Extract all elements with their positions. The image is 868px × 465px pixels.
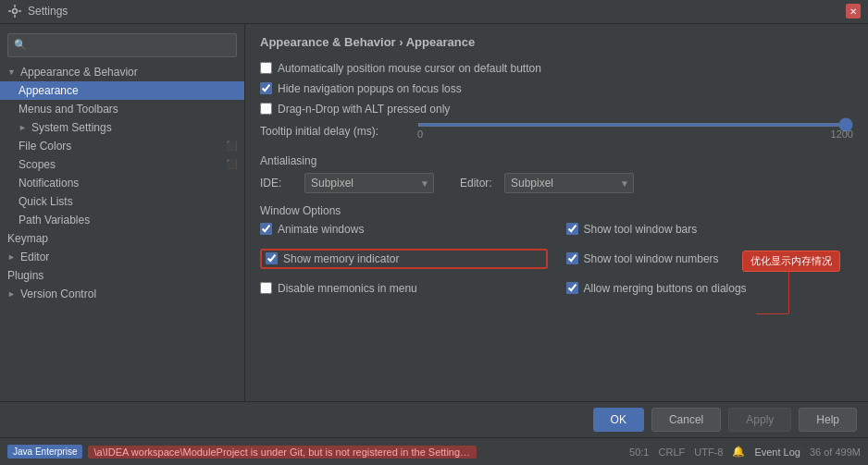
- checkbox-drag-alt-input[interactable]: [260, 103, 272, 115]
- sidebar-item-label: File Colors: [19, 140, 71, 153]
- editor-antialiasing-select[interactable]: Subpixel No antialiasing Greyscale LCD: [504, 173, 634, 193]
- search-box[interactable]: 🔍: [7, 33, 237, 57]
- close-icon: ✕: [849, 6, 857, 17]
- sidebar-item-system-settings[interactable]: ► System Settings: [0, 118, 244, 137]
- checkbox-animate-windows-label: Animate windows: [278, 223, 364, 236]
- settings-icon: [7, 4, 22, 18]
- checkbox-hide-nav: Hide navigation popups on focus loss: [260, 82, 853, 95]
- sidebar-item-plugins[interactable]: Plugins: [0, 266, 244, 285]
- ide-antialiasing-select[interactable]: Subpixel No antialiasing Greyscale LCD: [304, 173, 434, 193]
- event-log[interactable]: Event Log: [754, 447, 800, 458]
- sidebar-item-quick-lists[interactable]: Quick Lists: [0, 192, 244, 211]
- encoding: UTF-8: [694, 447, 723, 458]
- sidebar-item-scopes[interactable]: Scopes ⬛: [0, 155, 244, 174]
- checkbox-hide-nav-label: Hide navigation popups on focus loss: [278, 82, 462, 95]
- breadcrumb: Appearance & Behavior › Appearance: [260, 35, 853, 49]
- expand-arrow: ►: [19, 123, 30, 132]
- expand-arrow: ►: [7, 252, 19, 262]
- checkbox-hide-nav-input[interactable]: [260, 82, 272, 94]
- sidebar-item-label: Quick Lists: [19, 195, 73, 208]
- apply-button[interactable]: Apply: [728, 408, 791, 432]
- sidebar-item-keymap[interactable]: Keymap: [0, 229, 244, 248]
- checkbox-disable-mnemonics: Disable mnemonics in menu: [260, 282, 548, 295]
- svg-point-0: [13, 9, 18, 14]
- sidebar-item-label: Appearance: [19, 84, 79, 97]
- checkbox-allow-merging-input[interactable]: [566, 282, 578, 294]
- line-ending: CRLF: [659, 447, 686, 458]
- checkbox-show-tool-numbers-input[interactable]: [566, 252, 578, 264]
- sidebar-item-version-control[interactable]: ► Version Control: [0, 285, 244, 303]
- content-panel: Appearance & Behavior › Appearance Autom…: [245, 24, 868, 402]
- title-bar: Settings ✕: [0, 0, 868, 24]
- sidebar-item-label: System Settings: [31, 121, 112, 134]
- git-warning: \a\IDEA workspace\ModuleProject is under…: [88, 446, 477, 459]
- java-label[interactable]: Java Enterprise: [7, 445, 82, 459]
- sidebar-item-notifications[interactable]: Notifications: [0, 174, 244, 192]
- checkbox-auto-cursor-input[interactable]: [260, 62, 272, 74]
- memory-usage: 36 of 499M: [810, 447, 861, 458]
- settings-dialog: Settings ✕ 🔍 ▼ Appearance & Behavior App…: [0, 0, 868, 465]
- checkbox-show-memory: Show memory indicator: [260, 249, 548, 269]
- slider-label: Tooltip initial delay (ms):: [260, 125, 408, 138]
- checkbox-show-tool-bars-input[interactable]: [566, 223, 578, 235]
- sidebar-item-label: Editor: [20, 251, 49, 263]
- annotation-line-h: [756, 313, 788, 314]
- annotation-container: 优化显示内存情况: [742, 251, 840, 314]
- title-bar-text: Settings: [28, 5, 846, 18]
- svg-rect-2: [14, 15, 15, 18]
- sidebar-item-label: Notifications: [19, 177, 79, 190]
- svg-rect-4: [19, 11, 21, 12]
- expand-arrow: ▼: [7, 67, 19, 77]
- slider-track: [417, 123, 853, 127]
- checkbox-show-memory-label: Show memory indicator: [283, 252, 399, 265]
- antialiasing-row-ide: IDE: Subpixel No antialiasing Greyscale …: [260, 173, 853, 193]
- checkbox-animate-windows: Animate windows: [260, 223, 548, 236]
- checkbox-show-tool-bars: Show tool window bars: [566, 223, 854, 236]
- slider-max: 1200: [831, 128, 853, 140]
- sidebar-item-label: Version Control: [20, 288, 96, 300]
- sidebar-item-appearance-behavior[interactable]: ▼ Appearance & Behavior: [0, 63, 244, 81]
- sidebar: 🔍 ▼ Appearance & Behavior Appearance Men…: [0, 24, 245, 402]
- sidebar-item-menus-toolbars[interactable]: Menus and Toolbars: [0, 100, 244, 118]
- tooltip-delay-input[interactable]: [417, 123, 853, 127]
- editor-dropdown-wrapper: Subpixel No antialiasing Greyscale LCD ▼: [504, 173, 634, 193]
- slider-wrapper: 0 1200: [417, 123, 853, 140]
- search-icon: 🔍: [14, 39, 27, 51]
- checkbox-allow-merging-label: Allow merging buttons on dialogs: [584, 282, 747, 295]
- sidebar-item-path-variables[interactable]: Path Variables: [0, 211, 244, 229]
- checkbox-disable-mnemonics-input[interactable]: [260, 282, 272, 294]
- sidebar-item-label: Plugins: [7, 269, 43, 282]
- editor-label: Editor:: [460, 177, 497, 190]
- checkbox-drag-alt-label: Drag-n-Drop with ALT pressed only: [278, 103, 450, 116]
- checkbox-animate-windows-input[interactable]: [260, 223, 272, 235]
- sidebar-item-label: Appearance & Behavior: [20, 66, 138, 79]
- sidebar-item-label: Scopes: [19, 158, 56, 171]
- checkbox-disable-mnemonics-label: Disable mnemonics in menu: [278, 282, 417, 295]
- antialiasing-title: Antialiasing: [260, 154, 853, 167]
- checkbox-show-memory-input[interactable]: [266, 252, 278, 264]
- status-bar-left: Java Enterprise \a\IDEA workspace\Module…: [7, 445, 620, 459]
- slider-values: 0 1200: [417, 128, 853, 140]
- ide-dropdown-wrapper: Subpixel No antialiasing Greyscale LCD ▼: [304, 173, 434, 193]
- sidebar-item-label: Path Variables: [19, 214, 90, 226]
- status-bar-right: 50:1 CRLF UTF-8 🔔 Event Log 36 of 499M: [629, 446, 861, 458]
- sidebar-item-editor[interactable]: ► Editor: [0, 248, 244, 266]
- search-input[interactable]: [31, 39, 230, 52]
- position-indicator: 50:1: [629, 447, 649, 458]
- ok-button[interactable]: OK: [593, 408, 644, 432]
- expand-arrow: ►: [7, 289, 19, 299]
- status-bar: Java Enterprise \a\IDEA workspace\Module…: [0, 437, 868, 465]
- window-options-title: Window Options: [260, 204, 853, 217]
- sidebar-item-file-colors[interactable]: File Colors ⬛: [0, 137, 244, 155]
- button-bar: OK Cancel Apply Help: [0, 401, 868, 437]
- scopes-icon: ⬛: [226, 159, 237, 169]
- tooltip-delay-slider-container: Tooltip initial delay (ms): 0 1200: [260, 123, 853, 140]
- svg-rect-1: [14, 5, 15, 7]
- help-button[interactable]: Help: [799, 408, 857, 432]
- ide-label: IDE:: [260, 177, 297, 190]
- sidebar-item-appearance[interactable]: Appearance: [0, 81, 244, 100]
- annotation-line-v: [788, 272, 789, 313]
- cancel-button[interactable]: Cancel: [651, 408, 721, 432]
- slider-min: 0: [417, 128, 423, 140]
- close-button[interactable]: ✕: [846, 4, 861, 18]
